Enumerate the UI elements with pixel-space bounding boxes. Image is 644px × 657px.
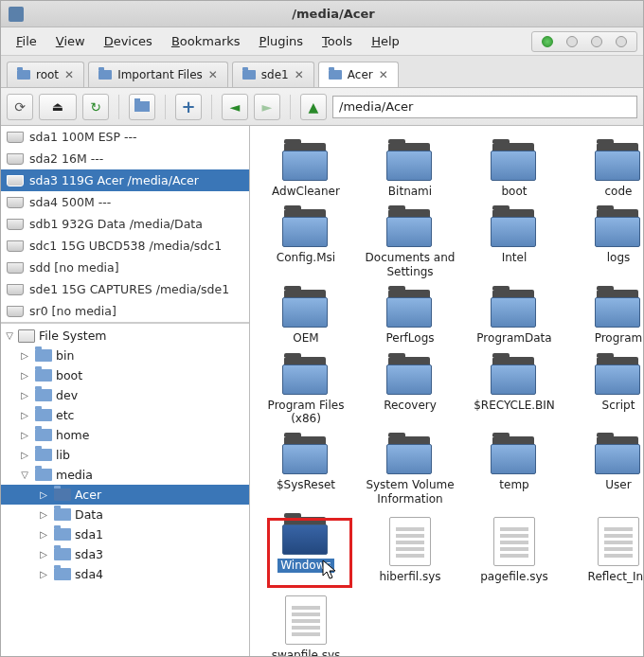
file-item-swapfile-sys[interactable]: swapfile.sys [254,590,358,656]
new-tab-button[interactable]: ↻ [82,94,109,120]
tab-root[interactable]: root✕ [7,62,84,87]
file-item-script[interactable]: Script [566,351,643,430]
tab-acer[interactable]: Acer✕ [318,62,399,87]
file-item-documents-and-settings[interactable]: Documents and Settings [358,204,462,282]
file-label: Reflect_Ins [588,570,643,583]
expand-icon[interactable]: ▷ [20,430,29,440]
address-bar[interactable]: /media/Acer [332,96,637,118]
file-label: temp [499,478,528,491]
tree-item-boot[interactable]: ▷boot [1,365,249,385]
file-item-temp[interactable]: temp [462,431,566,509]
folder-icon [280,436,331,474]
file-item-boot[interactable]: boot [462,137,566,202]
file-label: OEM [293,331,318,345]
close-icon[interactable]: ✕ [379,68,388,81]
device-row[interactable]: sda1 100M ESP --- [1,126,249,148]
tree-item-bin[interactable]: ▷bin [1,346,249,365]
home-button[interactable] [129,94,155,120]
tree-item-sda3[interactable]: ▷sda3 [1,544,249,564]
tree-item-sda4[interactable]: ▷sda4 [1,564,249,584]
expand-icon[interactable]: ▷ [39,509,48,520]
device-row[interactable]: sda3 119G Acer /media/Acer [1,169,249,191]
file-item-oem[interactable]: OEM [254,284,358,348]
close-icon[interactable]: ✕ [208,68,218,81]
expand-icon[interactable]: ▽ [20,470,29,480]
expand-icon[interactable]: ▷ [20,450,29,460]
tree-item-home[interactable]: ▷home [1,425,249,445]
device-row[interactable]: sde1 15G CAPTURES /media/sde1 [1,278,249,300]
file-item-adwcleaner[interactable]: AdwCleaner [254,137,358,202]
refresh-button[interactable]: ⟳ [7,94,33,120]
eject-button[interactable]: ⏏ [39,94,77,120]
file-item-logs[interactable]: logs [566,204,643,282]
file-view[interactable]: AdwCleanerBitnamibootcodeConfig.MsiDocum… [250,126,643,656]
menu-help[interactable]: Help [362,30,409,52]
tree-label: sda3 [75,547,103,561]
tab-sde1[interactable]: sde1✕ [232,62,314,87]
tree-item-sda1[interactable]: ▷sda1 [1,524,249,544]
folder-tree[interactable]: ▽File System▷bin▷boot▷dev▷etc▷home▷lib▽m… [1,323,249,656]
file-item-hiberfil-sys[interactable]: hiberfil.sys [358,511,462,587]
file-item-bitnami[interactable]: Bitnami [358,137,462,202]
file-label: pagefile.sys [480,570,548,583]
file-item-programdata[interactable]: ProgramData [462,284,566,348]
expand-icon[interactable]: ▷ [39,569,48,579]
tree-item-data[interactable]: ▷Data [1,505,249,524]
device-row[interactable]: sdb1 932G Data /media/Data [1,213,249,235]
menu-tools[interactable]: Tools [313,30,362,52]
file-item-perflogs[interactable]: PerfLogs [358,284,462,348]
device-row[interactable]: sdd [no media] [1,257,249,278]
folder-icon [35,449,52,461]
device-row[interactable]: sr0 [no media] [1,300,249,322]
file-label: logs [607,251,631,264]
tree-item-acer[interactable]: ▷Acer [1,485,249,505]
file-item-intel[interactable]: Intel [462,204,566,282]
up-button[interactable]: ▲ [300,94,327,120]
forward-button[interactable]: ► [254,94,280,120]
menu-file[interactable]: File [7,30,46,52]
tree-item-file-system[interactable]: ▽File System [1,326,249,346]
menu-bookmarks[interactable]: Bookmarks [162,30,250,52]
device-label: sda3 119G Acer /media/Acer [29,173,199,187]
tree-item-lib[interactable]: ▷lib [1,445,249,465]
tree-item-dev[interactable]: ▷dev [1,385,249,405]
file-item-user[interactable]: User [566,431,643,509]
file-item-config-msi[interactable]: Config.Msi [254,204,358,282]
file-item--sysreset[interactable]: $SysReset [254,431,358,509]
tree-item-media[interactable]: ▽media [1,465,249,485]
close-icon[interactable]: ✕ [295,68,304,81]
file-item-recovery[interactable]: Recovery [358,351,462,430]
expand-icon[interactable]: ▷ [39,489,48,500]
menu-plugins[interactable]: Plugins [250,30,313,52]
tab-important-files[interactable]: Important Files✕ [88,62,228,87]
device-row[interactable]: sdc1 15G UBCD538 /media/sdc1 [1,235,249,257]
file-item-reflect-ins[interactable]: Reflect_Ins [566,511,643,587]
device-row[interactable]: sda2 16M --- [1,148,249,169]
disk-icon [7,219,24,230]
back-button[interactable]: ◄ [222,94,248,120]
tree-item-etc[interactable]: ▷etc [1,405,249,425]
bookmark-add-button[interactable]: + [175,94,202,120]
device-row[interactable]: sda4 500M --- [1,191,249,213]
folder-icon [54,568,71,580]
app-icon [9,7,24,22]
file-item-program[interactable]: Program [566,284,643,348]
expand-icon[interactable]: ▽ [5,330,14,341]
expand-icon[interactable]: ▷ [20,370,29,381]
file-item-system-volume-information[interactable]: System Volume Information [358,431,462,509]
file-item-windows[interactable]: Windows [254,511,358,587]
file-item-code[interactable]: code [566,137,643,202]
menu-view[interactable]: View [46,30,95,52]
menu-devices[interactable]: Devices [95,30,162,52]
close-icon[interactable]: ✕ [64,68,74,81]
expand-icon[interactable]: ▷ [20,410,29,420]
file-item--recycle-bin[interactable]: $RECYCLE.BIN [462,351,566,430]
device-label: sdb1 932G Data /media/Data [29,217,203,231]
expand-icon[interactable]: ▷ [20,390,29,400]
expand-icon[interactable]: ▷ [39,549,48,559]
expand-icon[interactable]: ▷ [20,350,29,361]
expand-icon[interactable]: ▷ [39,529,48,540]
file-label: code [605,185,633,198]
file-item-program-files-x86-[interactable]: Program Files (x86) [254,351,358,430]
file-item-pagefile-sys[interactable]: pagefile.sys [462,511,566,587]
